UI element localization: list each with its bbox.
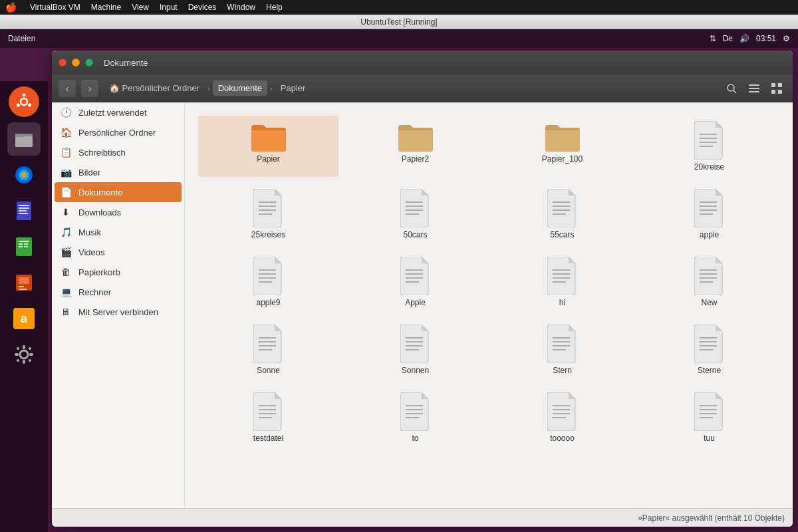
file-label-Sterne: Sterne [698, 366, 721, 375]
file-item-papier[interactable]: Papier [198, 116, 338, 177]
svg-rect-31 [15, 353, 19, 356]
sidebar-item-videos[interactable]: 🎬 Videos [52, 242, 184, 262]
file-item-Stern[interactable]: Stern [492, 319, 632, 380]
vm-container: Dateien ⇅ De 🔊 03:51 ⚙ [0, 29, 798, 532]
breadcrumb-dokumente[interactable]: Dokumente [213, 80, 267, 96]
svg-point-28 [20, 350, 28, 358]
sidebar-item-downloads[interactable]: ⬇ Downloads [52, 202, 184, 222]
close-button[interactable] [59, 59, 66, 66]
file-item-apple[interactable]: apple [639, 184, 779, 245]
svg-point-4 [17, 104, 20, 107]
menu-input[interactable]: Input [160, 3, 178, 12]
vm-body: a [0, 48, 798, 532]
svg-rect-43 [778, 83, 782, 87]
breadcrumb-bar: 🏠 Persönlicher Ordner › Dokumente › Papi… [104, 80, 717, 96]
virtualbox-titlebar: UbuntuTest [Running] [0, 15, 798, 29]
list-view-button[interactable] [745, 79, 763, 98]
dock-files[interactable] [7, 122, 41, 156]
menu-view[interactable]: View [132, 3, 149, 12]
pictures-icon: 📷 [60, 167, 72, 178]
file-item-papier100[interactable]: Papier_100 [492, 116, 632, 177]
file-item-Sonne[interactable]: Sonne [198, 319, 338, 380]
back-button[interactable]: ‹ [59, 80, 76, 97]
svg-rect-15 [19, 213, 28, 214]
dock-writer[interactable] [7, 194, 41, 227]
svg-text:a: a [21, 312, 28, 325]
file-item-testdatei[interactable]: testdatei [198, 387, 338, 448]
file-item-20kreise[interactable]: 20kreise [639, 116, 779, 177]
breadcrumb-sep-2: › [270, 84, 273, 92]
file-item-papier2[interactable]: Papier2 [345, 116, 485, 177]
file-item-tooooo[interactable]: tooooo [492, 387, 632, 448]
svg-rect-6 [15, 136, 33, 147]
sidebar-item-computer[interactable]: 💻 Rechner [52, 282, 184, 302]
file-item-New[interactable]: New [639, 251, 779, 313]
file-item-hi[interactable]: hi [492, 251, 632, 313]
menu-devices[interactable]: Devices [188, 3, 217, 12]
svg-rect-30 [23, 360, 25, 364]
statusbar: »Papier« ausgewählt (enthält 10 Objekte) [52, 508, 793, 527]
file-item-55cars[interactable]: 55cars [492, 184, 632, 245]
window-title: Dokumente [104, 58, 148, 68]
maximize-button[interactable] [85, 59, 93, 66]
file-item-Sterne[interactable]: Sterne [639, 319, 779, 380]
sidebar-item-recent[interactable]: 🕐 Zuletzt verwendet [52, 102, 184, 122]
file-label-New: New [701, 298, 717, 307]
svg-rect-14 [19, 210, 27, 211]
search-button[interactable] [722, 79, 741, 98]
sidebar-item-documents[interactable]: 📄 Dokumente [55, 182, 182, 202]
file-label-apple9: apple9 [256, 298, 280, 307]
ubuntu-logo[interactable] [9, 86, 39, 117]
document-icon-5 [694, 189, 725, 227]
file-label-tooooo: tooooo [550, 434, 575, 443]
svg-rect-25 [19, 289, 27, 290]
menu-window[interactable]: Window [227, 3, 255, 12]
sidebar-item-home[interactable]: 🏠 Persönlicher Ordner [52, 122, 184, 142]
svg-rect-17 [19, 241, 29, 242]
sidebar-item-desktop[interactable]: 📋 Schreibtisch [52, 142, 184, 162]
svg-point-10 [21, 172, 27, 178]
file-item-tuu[interactable]: tuu [639, 387, 779, 448]
svg-rect-42 [771, 83, 775, 87]
file-item-Apple[interactable]: Apple [345, 251, 485, 313]
sidebar-item-trash[interactable]: 🗑 Papierkorb [52, 262, 184, 282]
dock-settings[interactable] [7, 338, 41, 371]
topbar-settings-icon[interactable]: ⚙ [783, 34, 790, 43]
dock-amazon[interactable]: a [7, 302, 41, 335]
dock-firefox[interactable] [7, 158, 41, 192]
menu-help[interactable]: Help [266, 3, 283, 12]
sidebar-item-connect-server[interactable]: 🖥 Mit Server verbinden [52, 302, 184, 322]
server-icon: 🖥 [60, 307, 72, 317]
svg-rect-44 [771, 90, 775, 94]
forward-button[interactable]: › [81, 80, 98, 97]
svg-point-2 [23, 94, 26, 97]
folder-tan-icon-1 [397, 121, 434, 152]
apple-menu-icon[interactable]: 🍎 [5, 2, 17, 13]
grid-view-button[interactable] [767, 79, 786, 98]
svg-rect-24 [19, 286, 24, 287]
breadcrumb-home[interactable]: 🏠 Persönlicher Ordner [104, 80, 205, 96]
breadcrumb-papier[interactable]: Papier [275, 80, 311, 96]
svg-rect-12 [19, 205, 29, 206]
menu-machine[interactable]: Machine [91, 3, 121, 12]
dock-impress[interactable] [7, 266, 41, 299]
content-area: 🕐 Zuletzt verwendet 🏠 Persönlicher Ordne… [52, 102, 793, 508]
file-item-to[interactable]: to [345, 387, 485, 448]
menu-virtualbox[interactable]: VirtualBox VM [30, 3, 80, 12]
file-label-Sonnen: Sonnen [402, 366, 429, 375]
topbar-volume-icon[interactable]: 🔊 [739, 34, 749, 43]
topbar-right: ⇅ De 🔊 03:51 ⚙ [710, 34, 790, 43]
document-icon-14 [253, 392, 284, 431]
filemanager-window: Dokumente ‹ › 🏠 Persönlicher Ordner › Do… [52, 51, 793, 527]
file-item-apple9[interactable]: apple9 [198, 251, 338, 313]
svg-rect-19 [24, 243, 28, 245]
file-item-50cars[interactable]: 50cars [345, 184, 485, 245]
file-item-Sonnen[interactable]: Sonnen [345, 319, 485, 380]
minimize-button[interactable] [72, 59, 80, 66]
sidebar-item-music[interactable]: 🎵 Musik [52, 222, 184, 242]
file-item-25kreises[interactable]: 25kreises [198, 184, 338, 245]
sidebar-item-pictures[interactable]: 📷 Bilder [52, 162, 184, 182]
sidebar-label-home: Persönlicher Ordner [78, 128, 156, 138]
vm-title: UbuntuTest [Running] [360, 17, 437, 27]
dock-calc[interactable] [7, 230, 41, 263]
